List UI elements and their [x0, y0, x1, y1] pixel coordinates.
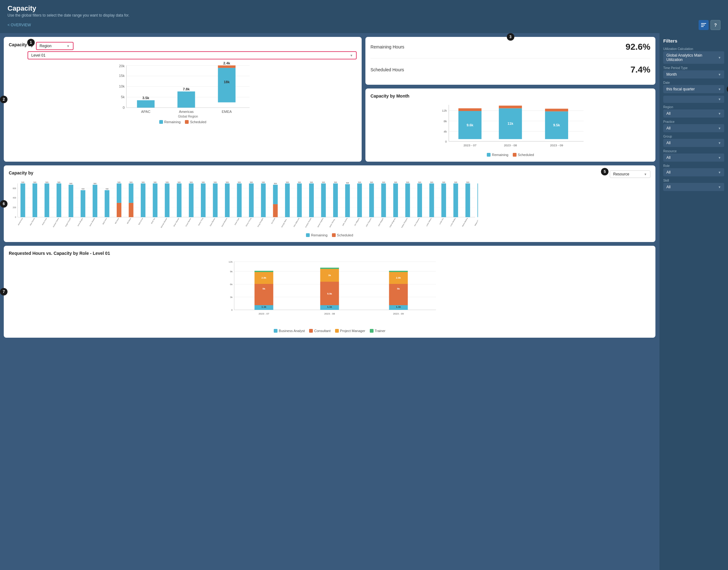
annotation-badge-4: 4 — [727, 85, 728, 93]
capacity-month-card: Capacity by Month 0 4k 8k 12k — [365, 88, 656, 162]
filter-resource-value[interactable]: All ▼ — [663, 154, 724, 162]
svg-text:Katie Bregman: Katie Bregman — [389, 218, 396, 228]
header-actions: ? — [699, 20, 721, 30]
svg-text:9.6k: 9.6k — [467, 123, 474, 127]
svg-text:Dean Kaye: Dean Kaye — [234, 218, 240, 226]
svg-text:520: 520 — [202, 181, 205, 183]
svg-text:520: 520 — [322, 181, 325, 183]
filter-practice-label: Practice — [663, 120, 724, 123]
svg-rect-125 — [285, 184, 290, 217]
svg-text:0: 0 — [231, 309, 233, 311]
svg-text:Jim Hilligoss: Jim Hilligoss — [354, 217, 360, 226]
svg-text:Andrew Clarke: Andrew Clarke — [52, 218, 59, 228]
filter-practice-value[interactable]: All ▼ — [663, 124, 724, 132]
page-title: Capacity — [7, 4, 721, 12]
resource-chart-scroll[interactable]: 0 200 400 600 520Ahmet Arya520Alan David… — [9, 181, 651, 231]
back-link[interactable]: < OVERVIEW — [7, 23, 31, 27]
svg-text:2023 - 07: 2023 - 07 — [259, 312, 269, 315]
svg-text:4k: 4k — [443, 130, 447, 133]
metrics-row: Remaining Hours 92.6% Scheduled Hours 7.… — [370, 42, 651, 75]
svg-rect-97 — [177, 184, 181, 217]
filter-skill-value[interactable]: All ▼ — [663, 183, 724, 191]
filter-skill: Skill All ▼ — [663, 179, 724, 191]
filter-empty-value[interactable]: ▼ — [663, 96, 724, 103]
svg-text:520: 520 — [130, 181, 132, 183]
filter-role-value[interactable]: All ▼ — [663, 168, 724, 176]
svg-text:12k: 12k — [229, 260, 233, 263]
svg-rect-71 — [81, 190, 85, 217]
svg-text:2023 - 08: 2023 - 08 — [324, 312, 335, 315]
resource-dropdown[interactable]: Resource ▼ — [610, 171, 651, 178]
svg-rect-170 — [466, 184, 470, 217]
top-row: 2 Capacity by 1 Region ▼ — [4, 37, 656, 162]
svg-rect-121 — [273, 185, 278, 204]
filter-time-period-value[interactable]: Month ▼ — [663, 70, 724, 78]
svg-rect-134 — [321, 184, 326, 217]
svg-text:0: 0 — [15, 216, 16, 218]
filter-practice: Practice All ▼ — [663, 120, 724, 132]
legend-remaining-month: Remaining — [487, 153, 508, 157]
svg-text:John Grayson: John Grayson — [365, 218, 372, 227]
svg-rect-94 — [165, 184, 170, 217]
annotation-badge-3: 3 — [507, 33, 514, 41]
svg-text:Dave Banker: Dave Banker — [209, 218, 215, 227]
filter-resource-label: Resource — [663, 150, 724, 153]
svg-text:George Mars...: George Mars... — [281, 218, 288, 228]
help-button[interactable]: ? — [711, 20, 721, 30]
svg-text:520: 520 — [418, 181, 421, 183]
svg-text:520: 520 — [310, 181, 313, 183]
svg-rect-62 — [44, 184, 49, 217]
svg-text:8k: 8k — [443, 119, 447, 123]
svg-rect-146 — [369, 184, 374, 217]
filter-utilization-value[interactable]: Global Analytics Main Utilization ▼ — [663, 51, 724, 64]
svg-text:20k: 20k — [119, 64, 125, 68]
svg-text:Alan Davids: Alan Davids — [29, 217, 35, 226]
svg-rect-137 — [333, 184, 338, 217]
svg-text:416: 416 — [106, 188, 108, 190]
chevron-down-icon: ▼ — [718, 156, 721, 160]
svg-rect-59 — [32, 184, 37, 217]
svg-text:Ed Smith: Ed Smith — [270, 218, 276, 224]
scheduled-dot-month — [513, 153, 517, 157]
svg-text:520: 520 — [178, 181, 181, 183]
svg-rect-100 — [189, 184, 194, 217]
level-dropdown[interactable]: Level 01 ▼ — [27, 51, 357, 59]
chevron-down-icon: ▼ — [718, 56, 721, 59]
annotation-badge-2: 2 — [0, 96, 7, 103]
svg-rect-272 — [389, 271, 408, 272]
region-dropdown[interactable]: Region ▼ — [36, 42, 73, 50]
svg-text:520: 520 — [21, 181, 24, 183]
filter-region-value[interactable]: All ▼ — [663, 109, 724, 117]
svg-text:Doug Douglas: Doug Douglas — [257, 217, 264, 227]
capacity-by-card: 2 Capacity by 1 Region ▼ — [4, 37, 362, 162]
svg-text:520: 520 — [286, 181, 289, 183]
filter-group: Group All ▼ — [663, 135, 724, 147]
svg-text:Americas: Americas — [179, 110, 194, 113]
chevron-down-icon: ▼ — [350, 54, 353, 57]
header-nav: < OVERVIEW ? — [7, 20, 721, 30]
svg-rect-74 — [93, 185, 97, 217]
svg-text:Alvan Kose: Alvan Kose — [42, 218, 47, 226]
resource-card: 6 Capacity by 5 Resource ▼ — [4, 166, 656, 242]
filter-date-value[interactable]: 4 this fiscal quarter ▼ — [663, 85, 724, 93]
chevron-down-icon: ▼ — [718, 186, 721, 189]
svg-rect-264 — [320, 268, 339, 269]
header: Capacity Use the global filters to selec… — [0, 0, 728, 33]
svg-text:John Wagner: John Wagner — [378, 218, 384, 227]
filter-region-label: Region — [663, 105, 724, 109]
svg-text:Brad Tan: Brad Tan — [151, 218, 156, 224]
chevron-down-icon: ▼ — [718, 126, 721, 130]
svg-text:7.8k: 7.8k — [183, 87, 190, 91]
filter-skill-label: Skill — [663, 179, 724, 182]
svg-text:2.8k: 2.8k — [396, 276, 401, 279]
svg-text:Global Region: Global Region — [178, 115, 198, 118]
svg-text:2.8k: 2.8k — [261, 276, 266, 279]
svg-text:520: 520 — [166, 181, 169, 183]
svg-text:1.1k: 1.1k — [327, 305, 332, 308]
svg-text:9.5k: 9.5k — [553, 123, 560, 127]
filter-group-value[interactable]: All ▼ — [663, 139, 724, 147]
filter-button[interactable] — [699, 20, 709, 30]
role-chart-area: 0 3k 6k 9k 12k — [9, 258, 651, 327]
svg-text:520: 520 — [250, 181, 253, 183]
svg-text:520: 520 — [57, 181, 60, 183]
